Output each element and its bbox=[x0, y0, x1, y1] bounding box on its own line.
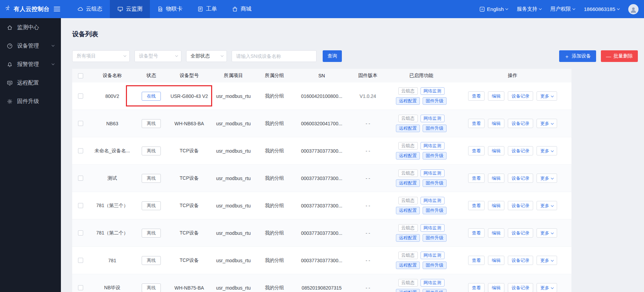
navbar-menu-item[interactable]: 用户权限 bbox=[550, 6, 575, 12]
feature-tag[interactable]: 云组态 bbox=[398, 252, 418, 259]
device-group: 我的分组 bbox=[255, 82, 294, 110]
more-button[interactable]: 更多 bbox=[537, 146, 557, 155]
more-button[interactable]: 更多 bbox=[537, 228, 557, 238]
row-checkbox[interactable] bbox=[78, 230, 83, 236]
feature-tag[interactable]: 远程配置 bbox=[396, 97, 420, 105]
feature-tag[interactable]: 固件升级 bbox=[423, 262, 447, 269]
feature-tag[interactable]: 网络监测 bbox=[421, 224, 445, 232]
hamburger-menu-icon[interactable] bbox=[54, 7, 60, 12]
feature-tag[interactable]: 远程配置 bbox=[396, 207, 420, 214]
action-button[interactable]: 设备记录 bbox=[508, 91, 533, 101]
row-checkbox[interactable] bbox=[78, 93, 83, 99]
navbar-menu-item[interactable]: 18660863185 bbox=[584, 6, 619, 12]
feature-tag[interactable]: 云组态 bbox=[398, 87, 418, 95]
feature-tag[interactable]: 云组态 bbox=[398, 169, 418, 177]
feature-tag[interactable]: 远程配置 bbox=[396, 289, 420, 292]
row-checkbox[interactable] bbox=[78, 285, 83, 290]
status-select[interactable]: 全部状态 bbox=[186, 50, 227, 62]
feature-tag[interactable]: 远程配置 bbox=[396, 234, 420, 242]
project-select[interactable]: 所有项目 bbox=[72, 50, 130, 62]
action-button[interactable]: 设备记录 bbox=[508, 119, 533, 128]
action-button[interactable]: 编辑 bbox=[488, 146, 504, 155]
action-button[interactable]: 查看 bbox=[468, 201, 485, 210]
feature-tag[interactable]: 固件升级 bbox=[423, 125, 447, 132]
more-button[interactable]: 更多 bbox=[537, 283, 557, 292]
more-button[interactable]: 更多 bbox=[537, 91, 557, 101]
action-button[interactable]: 编辑 bbox=[488, 201, 504, 210]
feature-tag[interactable]: 网络监测 bbox=[421, 115, 445, 122]
action-button[interactable]: 设备记录 bbox=[508, 174, 533, 183]
action-button[interactable]: 设备记录 bbox=[508, 228, 533, 238]
feature-tag[interactable]: 远程配置 bbox=[396, 179, 420, 187]
feature-tag[interactable]: 固件升级 bbox=[423, 179, 447, 187]
feature-tag[interactable]: 网络监测 bbox=[421, 252, 445, 259]
feature-tag[interactable]: 云组态 bbox=[398, 279, 418, 287]
more-button[interactable]: 更多 bbox=[537, 174, 557, 183]
feature-tag[interactable]: 网络监测 bbox=[421, 87, 445, 95]
feature-tag[interactable]: 网络监测 bbox=[421, 279, 445, 287]
navbar-menu-item[interactable]: 服务支持 bbox=[517, 6, 541, 12]
feature-tag[interactable]: 云组态 bbox=[398, 115, 418, 122]
model-select[interactable]: 设备型号 bbox=[134, 50, 181, 62]
action-button[interactable]: 编辑 bbox=[488, 228, 504, 238]
action-button[interactable]: 查看 bbox=[468, 146, 485, 155]
device-model: USR-G800-43 V2 bbox=[167, 82, 212, 110]
navbar-tab[interactable]: 云监测 bbox=[110, 0, 150, 18]
row-checkbox[interactable] bbox=[78, 121, 83, 126]
feature-tag[interactable]: 固件升级 bbox=[423, 234, 447, 242]
sidebar-item[interactable]: 设备管理 bbox=[0, 37, 61, 55]
more-button[interactable]: 更多 bbox=[537, 201, 557, 210]
action-button[interactable]: 查看 bbox=[468, 119, 485, 128]
action-button[interactable]: 设备记录 bbox=[508, 256, 533, 265]
navbar-tab[interactable]: 商城 bbox=[224, 0, 259, 18]
sidebar-item[interactable]: 监测中心 bbox=[0, 18, 61, 37]
feature-tag[interactable]: 云组态 bbox=[398, 142, 418, 150]
action-button[interactable]: 设备记录 bbox=[508, 146, 533, 155]
action-button[interactable]: 编辑 bbox=[488, 119, 504, 128]
navbar-tab[interactable]: 物联卡 bbox=[150, 0, 190, 18]
row-checkbox[interactable] bbox=[78, 203, 83, 208]
navbar-tab-label: 工单 bbox=[206, 5, 217, 13]
action-button[interactable]: 编辑 bbox=[488, 91, 504, 101]
user-avatar[interactable] bbox=[628, 4, 639, 14]
feature-tag[interactable]: 固件升级 bbox=[423, 152, 447, 160]
feature-tag[interactable]: 网络监测 bbox=[421, 142, 445, 150]
feature-tag[interactable]: 云组态 bbox=[398, 197, 418, 204]
main-content: 设备列表 所有项目 设备型号 全部状态 查询 ＋ 添加设备 — 批量删除 bbox=[61, 18, 644, 292]
action-button[interactable]: 查看 bbox=[468, 174, 485, 183]
action-button[interactable]: 设备记录 bbox=[508, 283, 533, 292]
action-button[interactable]: 查看 bbox=[468, 91, 485, 101]
action-button[interactable]: 编辑 bbox=[488, 174, 504, 183]
action-button[interactable]: 查看 bbox=[468, 283, 485, 292]
feature-tag[interactable]: 网络监测 bbox=[421, 169, 445, 177]
feature-tag[interactable]: 固件升级 bbox=[423, 289, 447, 292]
action-button[interactable]: 编辑 bbox=[488, 256, 504, 265]
row-checkbox[interactable] bbox=[78, 148, 83, 153]
select-all-checkbox[interactable] bbox=[78, 73, 83, 78]
sidebar-item[interactable]: 报警管理 bbox=[0, 55, 61, 74]
more-button[interactable]: 更多 bbox=[537, 119, 557, 128]
action-button[interactable]: 查看 bbox=[468, 228, 485, 238]
search-input[interactable] bbox=[232, 50, 317, 62]
action-button[interactable]: 查看 bbox=[468, 256, 485, 265]
query-button[interactable]: 查询 bbox=[323, 50, 342, 62]
batch-delete-button[interactable]: — 批量删除 bbox=[601, 50, 638, 62]
navbar-tab[interactable]: 工单 bbox=[190, 0, 224, 18]
navbar-tab[interactable]: 云组态 bbox=[70, 0, 110, 18]
add-device-button[interactable]: ＋ 添加设备 bbox=[559, 50, 596, 62]
row-checkbox[interactable] bbox=[78, 258, 83, 263]
navbar-menu-item[interactable]: A English bbox=[479, 6, 508, 12]
feature-tag[interactable]: 网络监测 bbox=[421, 197, 445, 204]
feature-tag[interactable]: 固件升级 bbox=[423, 97, 447, 105]
sidebar-item[interactable]: 固件升级 bbox=[0, 92, 61, 111]
feature-tag[interactable]: 固件升级 bbox=[423, 207, 447, 214]
feature-tag[interactable]: 云组态 bbox=[398, 224, 418, 232]
more-button[interactable]: 更多 bbox=[537, 256, 557, 265]
action-button[interactable]: 设备记录 bbox=[508, 201, 533, 210]
feature-tag[interactable]: 远程配置 bbox=[396, 152, 420, 160]
feature-tag[interactable]: 远程配置 bbox=[396, 125, 420, 132]
row-checkbox[interactable] bbox=[78, 176, 83, 181]
feature-tag[interactable]: 远程配置 bbox=[396, 262, 420, 269]
sidebar-item[interactable]: 远程配置 bbox=[0, 74, 61, 92]
action-button[interactable]: 编辑 bbox=[488, 283, 504, 292]
